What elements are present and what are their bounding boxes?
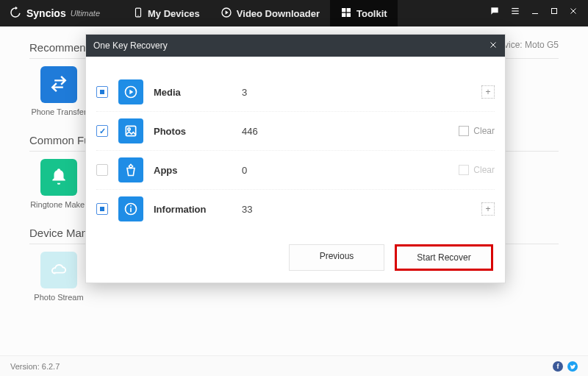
row-right: Clear bbox=[459, 126, 495, 136]
clear-label: Clear bbox=[473, 126, 495, 136]
one-key-recovery-modal: One Key Recovery Media 3 + bbox=[85, 34, 506, 283]
grid-icon bbox=[340, 7, 352, 21]
row-right: + bbox=[481, 202, 495, 216]
footer: Version: 6.2.7 f bbox=[0, 355, 588, 376]
tile-ringtone-maker[interactable]: Ringtone Maker bbox=[29, 159, 88, 209]
row-count: 3 bbox=[242, 87, 330, 98]
modal-title: One Key Recovery bbox=[93, 40, 168, 51]
checkbox-photos[interactable] bbox=[96, 125, 108, 137]
svg-rect-11 bbox=[552, 9, 557, 14]
svg-point-1 bbox=[137, 15, 138, 15]
transfer-icon bbox=[49, 74, 69, 96]
svg-point-14 bbox=[128, 128, 130, 130]
nav-label: Toolkit bbox=[356, 8, 387, 19]
expand-icon[interactable]: + bbox=[481, 85, 495, 99]
row-label: Photos bbox=[154, 126, 242, 137]
svg-rect-8 bbox=[512, 10, 518, 11]
row-label: Information bbox=[154, 204, 242, 215]
window-controls bbox=[490, 0, 588, 18]
row-media: Media 3 + bbox=[96, 73, 495, 112]
svg-rect-3 bbox=[342, 8, 345, 12]
menu-icon[interactable] bbox=[510, 6, 520, 18]
row-photos: Photos 446 Clear bbox=[96, 112, 495, 151]
nav-label: My Devices bbox=[148, 8, 200, 19]
nav-label: Video Downloader bbox=[237, 8, 320, 19]
row-count: 446 bbox=[242, 126, 330, 137]
svg-rect-4 bbox=[347, 8, 351, 12]
phone-icon bbox=[133, 6, 143, 21]
tile-photo-stream[interactable]: Photo Stream bbox=[29, 252, 88, 302]
social-links: f bbox=[553, 361, 578, 372]
modal-footer: Previous Start Recover bbox=[86, 233, 505, 283]
row-label: Media bbox=[154, 87, 242, 98]
version-label: Version: 6.2.7 bbox=[10, 362, 60, 371]
start-recover-button[interactable]: Start Recover bbox=[395, 244, 493, 271]
modal-header: One Key Recovery bbox=[86, 35, 505, 57]
modal-body: Media 3 + Photos 446 Clear bbox=[86, 57, 505, 233]
main-nav: My Devices Video Downloader Toolkit bbox=[123, 0, 398, 26]
svg-rect-9 bbox=[512, 13, 518, 14]
brand-name: Syncios bbox=[26, 7, 66, 19]
information-icon bbox=[118, 196, 143, 221]
clear-checkbox[interactable] bbox=[459, 126, 469, 136]
svg-rect-17 bbox=[130, 205, 132, 207]
twitter-icon[interactable] bbox=[567, 361, 578, 372]
tile-caption: Photo Stream bbox=[34, 293, 83, 302]
row-count: 33 bbox=[242, 204, 330, 215]
row-right: Clear bbox=[459, 165, 495, 175]
media-icon bbox=[118, 79, 143, 104]
svg-rect-16 bbox=[130, 207, 132, 212]
clear-label: Clear bbox=[473, 165, 495, 175]
row-information: Information 33 + bbox=[96, 190, 495, 228]
checkbox-apps[interactable] bbox=[96, 164, 108, 176]
svg-rect-7 bbox=[512, 8, 518, 9]
photos-icon bbox=[118, 118, 143, 143]
cloud-icon bbox=[48, 261, 70, 280]
row-label: Apps bbox=[154, 165, 242, 176]
row-right: + bbox=[481, 85, 495, 99]
row-count: 0 bbox=[242, 165, 330, 176]
facebook-icon[interactable]: f bbox=[553, 361, 563, 372]
tab-video-downloader[interactable]: Video Downloader bbox=[210, 0, 330, 26]
content-area: Current Device: Moto G5 Recommended Phon… bbox=[0, 26, 588, 355]
brand-tier: Ultimate bbox=[71, 9, 100, 18]
minimize-button[interactable] bbox=[531, 7, 539, 18]
maximize-button[interactable] bbox=[550, 7, 559, 18]
tab-toolkit[interactable]: Toolkit bbox=[330, 0, 398, 26]
clear-checkbox[interactable] bbox=[459, 165, 469, 175]
svg-rect-6 bbox=[347, 13, 351, 16]
svg-rect-10 bbox=[532, 13, 538, 14]
svg-rect-5 bbox=[342, 13, 345, 16]
previous-button[interactable]: Previous bbox=[289, 244, 384, 271]
bell-icon bbox=[49, 167, 68, 188]
brand: Syncios Ultimate bbox=[0, 6, 123, 21]
svg-rect-13 bbox=[126, 126, 135, 135]
checkbox-information[interactable] bbox=[96, 203, 108, 215]
syncios-logo-icon bbox=[9, 6, 22, 21]
row-apps: Apps 0 Clear bbox=[96, 151, 495, 190]
tab-my-devices[interactable]: My Devices bbox=[123, 0, 210, 26]
message-icon[interactable] bbox=[490, 6, 500, 18]
titlebar: Syncios Ultimate My Devices Video Downlo… bbox=[0, 0, 588, 26]
tile-caption: Ringtone Maker bbox=[30, 200, 87, 209]
tile-caption: Phone Transfer bbox=[31, 107, 86, 116]
close-button[interactable] bbox=[569, 7, 578, 18]
apps-icon bbox=[118, 157, 143, 182]
play-circle-icon bbox=[220, 7, 232, 21]
tile-phone-transfer[interactable]: Phone Transfer bbox=[29, 66, 88, 116]
expand-icon[interactable]: + bbox=[481, 202, 495, 216]
checkbox-media[interactable] bbox=[96, 86, 108, 98]
close-icon[interactable] bbox=[489, 40, 498, 52]
